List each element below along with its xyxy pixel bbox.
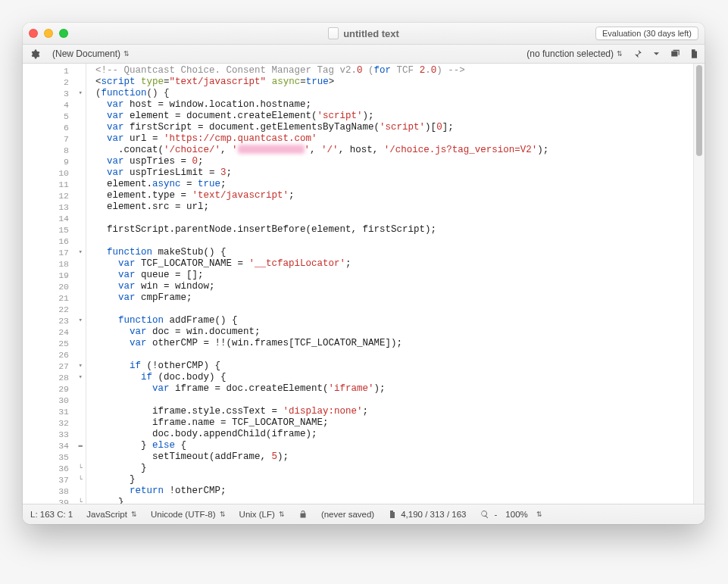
code-text: } — [118, 497, 124, 504]
code-text: queue = []; — [136, 270, 204, 280]
line-number: 31 — [23, 406, 86, 417]
code-text: 0 — [357, 65, 363, 76]
file-icon[interactable] — [689, 48, 700, 59]
code-text: '/' — [321, 145, 339, 155]
code-text: 'display:none' — [283, 406, 363, 417]
evaluation-badge[interactable]: Evaluation (30 days left) — [595, 27, 698, 40]
line-number: 4 — [23, 99, 86, 111]
document-stats[interactable]: 4,190 / 313 / 163 — [388, 510, 466, 519]
code-text: function — [102, 88, 147, 98]
code-text: url = — [124, 133, 164, 144]
code-text: var — [118, 270, 136, 280]
code-text: ); — [537, 145, 548, 155]
line-number: 39└ — [23, 497, 86, 504]
code-text: , host, — [339, 145, 384, 155]
code-text: ) --> — [436, 65, 465, 76]
line-number: 26 — [23, 349, 86, 361]
zoom-button[interactable] — [59, 29, 68, 38]
document-icon — [328, 27, 339, 39]
code-text: var — [107, 167, 124, 178]
line-number: 10 — [23, 167, 86, 179]
line-number: 22 — [23, 304, 86, 315]
fold-marker-icon[interactable]: ▾ — [79, 88, 83, 99]
pin-icon[interactable] — [632, 48, 643, 59]
chevron-updown-icon: ⇅ — [123, 50, 130, 58]
code-text: 'text/javascript' — [192, 190, 289, 201]
code-text: return — [130, 486, 164, 496]
code-text: ' — [232, 145, 238, 155]
scroll-thumb[interactable] — [696, 65, 702, 156]
close-button[interactable] — [29, 29, 38, 38]
gear-icon — [30, 49, 40, 59]
document-menu[interactable]: (New Document) ⇅ — [49, 48, 133, 60]
code-text: (doc.body) { — [152, 372, 227, 383]
line-ending-menu[interactable]: Unix (LF) ⇅ — [239, 510, 285, 519]
status-bar: L: 163 C: 1 JavaScript ⇅ Unicode (UTF-8)… — [23, 504, 705, 524]
code-text: () { — [147, 88, 170, 98]
code-text: true — [198, 179, 220, 189]
code-text: , — [310, 145, 321, 155]
code-text: async — [152, 179, 181, 189]
line-number: 9 — [23, 156, 86, 167]
fold-marker-icon[interactable]: └ — [79, 463, 83, 474]
language-menu[interactable]: JavaScript ⇅ — [86, 510, 137, 519]
code-text: 'https://cmp.quantcast.com' — [164, 133, 317, 144]
code-text: true — [306, 77, 329, 87]
code-text: = — [164, 77, 170, 87]
document-menu-label: (New Document) — [52, 48, 120, 59]
save-status: (never saved) — [321, 510, 374, 519]
fold-marker-icon[interactable]: └ — [79, 474, 83, 486]
function-menu-label: (no function selected) — [526, 48, 614, 59]
code-text: cmpFrame; — [136, 292, 192, 303]
code-text: { — [175, 440, 186, 451]
code-text: addFrame() { — [164, 315, 238, 326]
line-number: 38 — [23, 486, 86, 497]
line-number: 13 — [23, 201, 86, 213]
function-menu[interactable]: (no function selected) ⇅ — [523, 48, 626, 60]
line-number: 27▾ — [23, 361, 86, 372]
fold-marker-icon[interactable]: ▾ — [79, 315, 83, 326]
code-text: < — [95, 77, 102, 87]
code-text: var — [107, 111, 124, 121]
line-number: 3▾ — [23, 88, 86, 99]
code-text: 5 — [272, 451, 278, 462]
code-text: iframe.name = TCF_LOCATOR_NAME; — [152, 417, 329, 428]
vertical-scrollbar[interactable] — [693, 64, 705, 504]
document-icon — [388, 510, 397, 519]
code-text: if — [130, 361, 141, 371]
fold-marker-icon[interactable]: └ — [79, 497, 83, 504]
code-text: ; — [289, 190, 295, 201]
chevron-down-icon[interactable] — [651, 48, 662, 59]
code-text: var — [118, 258, 136, 269]
fold-marker-icon[interactable]: ▬ — [79, 440, 83, 451]
zoom-menu[interactable]: - 100% ⇅ — [480, 510, 542, 519]
code-text: ; — [363, 406, 369, 417]
code-text: if — [141, 372, 152, 383]
title-bar: untitled text Evaluation (30 days left) — [23, 23, 705, 45]
line-number-gutter[interactable]: 123▾4567891011121314151617▾181920212223▾… — [23, 64, 86, 504]
line-number: 7 — [23, 133, 86, 145]
code-text: var — [107, 99, 124, 110]
fold-marker-icon[interactable]: ▾ — [79, 361, 83, 372]
encoding-menu[interactable]: Unicode (UTF-8) ⇅ — [151, 510, 226, 519]
line-number: 34▬ — [23, 440, 86, 451]
code-text: var — [107, 122, 124, 133]
line-number: 11 — [23, 179, 86, 190]
editor-area: 123▾4567891011121314151617▾181920212223▾… — [23, 64, 705, 504]
fold-marker-icon[interactable]: ▾ — [79, 372, 83, 383]
code-text — [266, 77, 272, 87]
windows-icon[interactable] — [670, 48, 681, 59]
cursor-position[interactable]: L: 163 C: 1 — [30, 510, 73, 519]
language-label: JavaScript — [86, 510, 127, 519]
code-text: var — [107, 133, 124, 144]
code-text: var — [107, 156, 124, 167]
chevron-updown-icon: ⇅ — [279, 511, 285, 518]
code-area[interactable]: <!-- Quantcast Choice. Consent Manager T… — [86, 64, 693, 504]
code-text: } — [141, 440, 152, 451]
code-text: ); — [277, 451, 289, 462]
lock-indicator[interactable] — [298, 510, 308, 519]
fold-marker-icon[interactable]: ▾ — [79, 247, 83, 258]
line-number: 30 — [23, 395, 86, 406]
minimize-button[interactable] — [44, 29, 53, 38]
preferences-button[interactable] — [27, 48, 43, 60]
